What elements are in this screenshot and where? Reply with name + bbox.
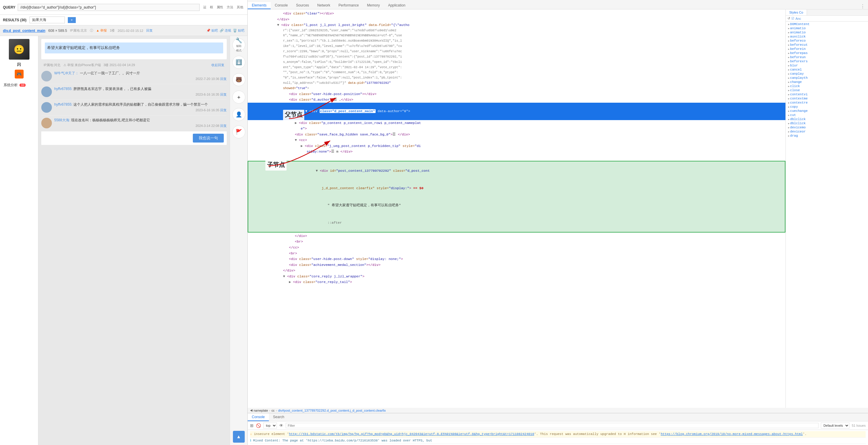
style-item[interactable]: deviceor [786,129,868,134]
style-item[interactable]: beforeco [786,39,868,43]
dom-line[interactable]: <div class="d_author">☰ …</div> [248,97,785,103]
style-item[interactable]: contentvi [786,92,868,96]
console-link2[interactable]: https://blog.chromium.org/2019/10/no-mor… [661,432,803,436]
style-item[interactable]: DOMContent [786,22,868,26]
dom-selected-line[interactable]: ▼ <div class="d_post_content_main" data-… [248,103,785,120]
dom-highlighted-line2[interactable]: j_d_post_content clearfix" style="displa… [248,179,785,197]
dom-line[interactable]: </div> [248,17,785,23]
say-button[interactable]: 我也说一句 [193,134,224,143]
dom-line[interactable]: <br> [248,250,785,257]
tab-console[interactable]: Console [271,2,292,9]
console-context-select[interactable]: top [263,422,277,428]
style-item[interactable]: devicemo [786,125,868,129]
dom-line[interactable]: <br> [248,239,785,245]
sidebar-item-system-analysis[interactable]: 系统分析 10 [0,81,38,89]
assist-button[interactable]: 🔧 辅助 模式 [232,38,245,51]
dom-line[interactable]: ▶ <div class="p_content p_content_icon_r… [248,120,785,126]
dom-line[interactable]: ▼ <div class="l_post j_l_post l_post_bri… [248,22,785,28]
dom-line[interactable]: </cc> [248,245,785,250]
style-item[interactable]: change [786,80,868,84]
dom-line[interactable]: <div class="user-hide-post-down" style="… [248,256,785,262]
eye-icon[interactable]: 👁 [279,423,283,428]
user-button[interactable]: 👤 [232,108,245,121]
style-item[interactable]: copy [786,105,868,109]
style-item[interactable]: cuechange [786,109,868,113]
scroll-top-button[interactable]: ▲ [233,431,245,443]
collect-button[interactable]: 📌 贴吧 [206,28,218,33]
flag-button[interactable]: 🚩 [232,125,245,139]
alert-button[interactable]: ▲ 举报 [96,28,107,33]
dom-line[interactable]: <div class="save_face_bg_hidden save_fac… [248,131,785,138]
styles-tab-active[interactable]: Styles Co [786,9,807,16]
style-item[interactable]: dblclick [786,117,868,121]
tab-sources[interactable]: Sources [292,2,313,9]
style-item[interactable]: canplayth [786,76,868,80]
report-button[interactable]: 🔗 违规 [220,28,231,33]
style-item[interactable]: canplay [786,72,868,76]
dom-line[interactable]: <div class="clear"></div> [248,11,785,17]
style-item[interactable]: animatio [786,26,868,30]
add-button[interactable]: ＋ [232,91,245,103]
refresh-icon[interactable]: ↺ [787,17,790,20]
dom-highlighted-line[interactable]: ▼ <div id="post_content_137789702292" cl… [248,162,785,179]
tab-console-bottom[interactable]: Console [248,413,269,421]
breadcrumb-nameplate[interactable]: nameplate [253,409,268,412]
tab-application[interactable]: Application [384,2,409,9]
console-filter-input[interactable] [286,423,818,428]
reply-action[interactable]: 回复 [220,108,227,112]
console-level-select[interactable]: Default levels [821,422,849,428]
style-item[interactable]: close [786,88,868,92]
breadcrumb-cc[interactable]: cc [272,409,275,412]
tab-search[interactable]: Search [269,413,288,421]
anc-checkbox[interactable]: ☑ [791,17,794,20]
style-item[interactable]: drag [786,134,868,138]
style-item[interactable]: cut [786,113,868,117]
reply-action[interactable]: 回复 [220,93,227,96]
tab-memory[interactable]: Memory [363,2,384,9]
reply-button[interactable]: 回复 [146,28,153,33]
tab-network[interactable]: Network [313,2,334,9]
style-item[interactable]: beforein [786,47,868,51]
collapse-reply[interactable]: 收起回复 [211,63,224,67]
download-button[interactable]: ⬇️ [232,56,245,69]
dom-line[interactable]: ▶ <div class="core_reply_tail"> [248,279,785,285]
clear-console-icon[interactable]: 🚫 [256,423,261,428]
console-link[interactable]: http://tb1.bdstatic.com/tb/img/hg/hg.gif… [289,432,534,436]
dom-line[interactable]: ▼ <cc> [248,137,785,143]
style-item[interactable]: beforeun [786,55,868,59]
dom-line[interactable]: ▶ <div class="j_ueg_post_content p_forbi… [248,143,785,149]
style-item[interactable]: click [786,84,868,88]
dom-line[interactable]: ▼ <div class="core_reply j_lzl_wrapper"> [248,273,785,279]
style-item[interactable]: blur [786,63,868,67]
tab-elements[interactable]: Elements [248,2,271,9]
tab-method[interactable]: 方法 [225,4,235,10]
dom-line[interactable]: </div> [248,233,785,239]
style-item[interactable]: auxclick [786,34,868,39]
add-result-button[interactable]: + [68,17,76,23]
tab-attr[interactable]: 属性 [216,4,224,10]
style-item[interactable]: beforecut [786,43,868,47]
delete-button[interactable]: 🗑️ 贴吧 [233,28,244,33]
sidebar-toggle-icon[interactable]: ⊞ [250,423,253,428]
style-item[interactable]: beforexrs [786,59,868,63]
dom-line[interactable]: </div> [248,268,785,273]
style-item[interactable]: contextre [786,100,868,105]
style-item[interactable]: cancel [786,67,868,72]
tab-other[interactable]: 其他 [236,4,244,10]
style-item[interactable]: beforepas [786,51,868,55]
breadcrumb-post-content[interactable]: div#post_content_137789702292.d_post_con… [278,409,386,412]
reply-action[interactable]: 回复 [220,77,227,81]
style-item[interactable]: contextme [786,96,868,100]
style-item[interactable]: dblclick [786,121,868,125]
tab-yun[interactable]: 运 [202,4,208,10]
devtools-close[interactable]: ⋮ [857,4,868,9]
dom-line[interactable]: <div class="user-hide-post-position"></d… [248,91,785,97]
highlighted-dom-block[interactable]: ▼ <div id="post_content_137789702292" cl… [248,161,785,233]
tab-performance[interactable]: Performance [334,2,363,9]
style-item[interactable]: animatio [786,30,868,34]
query-input[interactable] [18,4,199,11]
element-tag[interactable]: div.d_post_content_main [3,29,45,33]
dom-line[interactable]: <div class="achievement_medal_section"><… [248,262,785,268]
bear-button[interactable]: 🐻 [232,73,245,86]
tab-kuang[interactable]: 框 [209,4,214,10]
